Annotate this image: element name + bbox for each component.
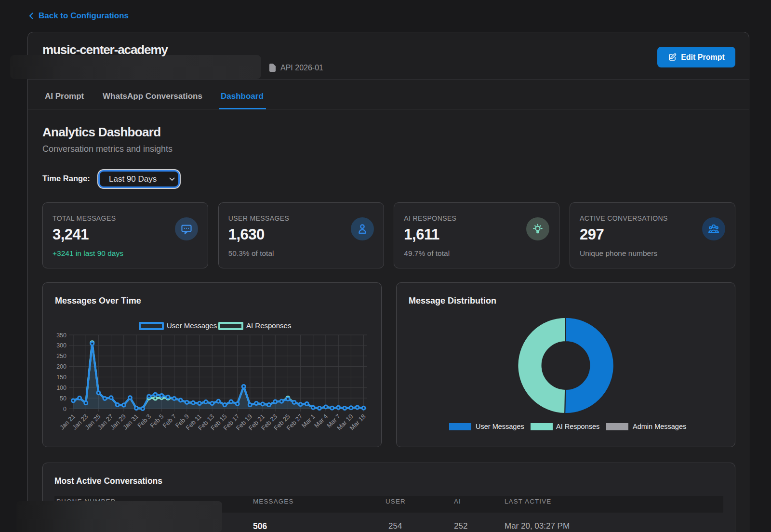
svg-text:Feb 5: Feb 5 <box>148 413 165 429</box>
svg-text:Mar 4: Mar 4 <box>313 413 329 429</box>
svg-text:100: 100 <box>56 385 66 391</box>
svg-text:50: 50 <box>60 395 66 402</box>
svg-text:0: 0 <box>63 406 66 412</box>
svg-text:300: 300 <box>56 342 66 349</box>
svg-text:Feb 3: Feb 3 <box>136 413 152 429</box>
svg-text:350: 350 <box>56 332 66 339</box>
svg-text:200: 200 <box>56 363 66 370</box>
svg-text:Mar 1: Mar 1 <box>300 413 317 429</box>
svg-text:150: 150 <box>56 374 66 381</box>
svg-text:250: 250 <box>56 353 66 359</box>
svg-text:Feb 7: Feb 7 <box>161 413 178 429</box>
